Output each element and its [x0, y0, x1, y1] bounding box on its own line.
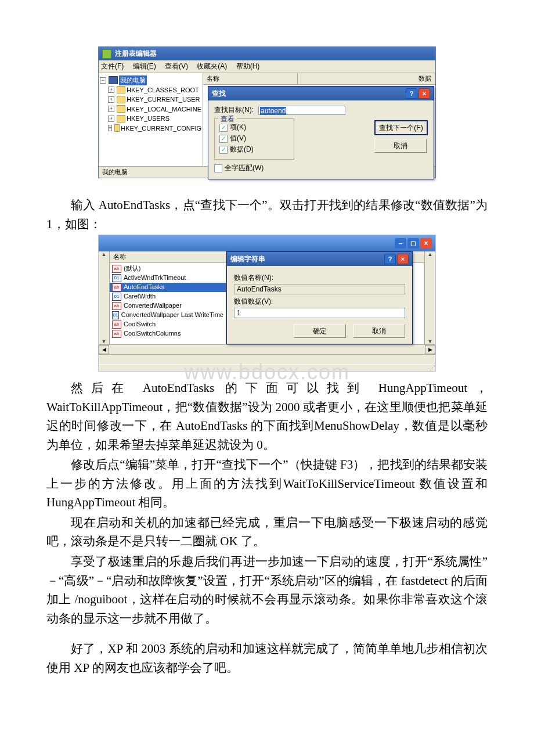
edit-string-titlebar: 编辑字符串 ? ×: [227, 252, 412, 266]
regedit-titlebar: 注册表编辑器: [99, 47, 435, 60]
checkbox-icon[interactable]: [214, 164, 222, 172]
window-controls: – ◻ ×: [99, 235, 435, 251]
checkbox-icon[interactable]: ✓: [219, 124, 228, 132]
string-value-icon: ab: [112, 330, 121, 338]
cancel-button[interactable]: 取消: [353, 324, 405, 338]
list-item[interactable]: 01CaretWidth: [110, 292, 226, 301]
menu-edit[interactable]: 编辑(E): [133, 62, 156, 70]
minimize-icon[interactable]: –: [395, 238, 406, 249]
tree-collapse-icon[interactable]: −: [100, 77, 106, 84]
menu-bar: 文件(F) 编辑(E) 查看(V) 收藏夹(A) 帮助(H): [99, 60, 435, 73]
body-text: 现在启动和关机的加速都已经完成，重启一下电脑感受一下极速启动的感觉吧，滚动条是不…: [46, 513, 488, 551]
tree-expand-icon[interactable]: +: [108, 125, 112, 131]
ok-button[interactable]: 确定: [294, 324, 346, 338]
string-value-icon: ab: [112, 283, 121, 291]
col-name[interactable]: 名称: [113, 253, 222, 261]
horizontal-scrollbar[interactable]: ◀ ▶: [99, 344, 435, 354]
find-next-button[interactable]: 查找下一个(F): [374, 120, 428, 135]
list-item[interactable]: abAutoEndTasks: [110, 283, 226, 292]
tree-item[interactable]: HKEY_LOCAL_MACHINE: [127, 105, 201, 114]
list-item[interactable]: ab(默认): [110, 264, 226, 273]
value-name-label: 数值名称(N):: [234, 273, 405, 283]
maximize-icon[interactable]: ◻: [407, 238, 419, 249]
binary-value-icon: 01: [112, 293, 121, 301]
list-item[interactable]: 01ActiveWndTrkTimeout: [110, 273, 226, 283]
list-item-label: ConvertedWallpaper: [124, 301, 182, 311]
help-icon[interactable]: ?: [384, 254, 396, 264]
folder-icon: [114, 124, 120, 132]
menu-file[interactable]: 文件(F): [101, 62, 124, 70]
value-name-input: [234, 284, 405, 294]
regedit-icon: [102, 49, 111, 59]
scroll-left-icon[interactable]: ◀: [99, 345, 109, 354]
tree-item[interactable]: HKEY_CURRENT_USER: [127, 95, 200, 105]
col-data[interactable]: 数据: [298, 73, 435, 84]
list-item[interactable]: 01ConvertedWallpaper Last WriteTime: [110, 311, 226, 320]
list-item-label: CaretWidth: [124, 292, 156, 301]
list-item[interactable]: abCoolSwitchColumns: [110, 329, 226, 339]
resize-grip-icon[interactable]: ⋰: [99, 364, 435, 371]
list-header: 名称 数据: [203, 73, 435, 85]
col-name[interactable]: 名称: [203, 73, 298, 84]
find-title-text: 查找: [212, 89, 226, 99]
tree-expand-icon[interactable]: +: [108, 116, 114, 122]
value-data-input[interactable]: [234, 308, 405, 318]
menu-view[interactable]: 查看(V): [165, 62, 188, 70]
value-data-label: 数值数据(V):: [234, 297, 405, 307]
list-item[interactable]: abConvertedWallpaper: [110, 301, 226, 311]
body-text: 好了，XP 和 2003 系统的启动和加速这样就完成了，简简单单地几步相信初次使…: [46, 639, 488, 677]
find-target-label: 查找目标(N):: [214, 105, 254, 115]
status-bar: [99, 354, 435, 364]
find-target-value: autoend: [260, 107, 286, 115]
list-item-label: AutoEndTasks: [124, 283, 164, 292]
tree-expand-icon[interactable]: +: [108, 96, 114, 103]
string-value-icon: ab: [112, 302, 121, 310]
edit-string-title: 编辑字符串: [230, 254, 265, 264]
value-list[interactable]: 名称 ab(默认)01ActiveWndTrkTimeoutabAutoEndT…: [110, 251, 226, 344]
close-icon[interactable]: ×: [420, 238, 432, 249]
cb-data[interactable]: 数据(D): [230, 145, 254, 154]
checkbox-icon[interactable]: ✓: [219, 146, 228, 154]
tree-expand-icon[interactable]: +: [108, 87, 114, 93]
tree-item[interactable]: HKEY_CLASSES_ROOT: [127, 85, 199, 95]
menu-fav[interactable]: 收藏夹(A): [197, 62, 227, 70]
cb-whole[interactable]: 全字匹配(W): [225, 163, 264, 173]
binary-value-icon: 01: [112, 311, 119, 319]
folder-icon: [117, 105, 125, 113]
tree-item[interactable]: HKEY_USERS: [127, 114, 169, 124]
list-item-label: ActiveWndTrkTimeout: [124, 273, 186, 283]
scroll-right-icon[interactable]: ▶: [425, 345, 435, 354]
find-look-legend: 查看: [218, 114, 237, 124]
list-item-label: ConvertedWallpaper Last WriteTime: [121, 311, 223, 320]
close-icon[interactable]: ×: [397, 254, 409, 264]
registry-tree[interactable]: − 我的电脑 + HKEY_CLASSES_ROOT + HKEY_CURREN…: [99, 73, 203, 166]
body-text: 享受了极速重启的乐趣后我们再进一步加速一下启动的速度，打开“系统属性”－“高级”…: [46, 552, 488, 628]
tree-expand-icon[interactable]: +: [108, 106, 114, 112]
regedit-edit-window: – ◻ × ▲ ▼ 名称 ab(默认)01ActiveWndTrkTimeout…: [98, 235, 436, 372]
string-value-icon: ab: [112, 265, 121, 273]
scroll-up-icon[interactable]: ▲: [428, 251, 433, 257]
find-target-input[interactable]: autoend: [258, 106, 345, 115]
tree-root[interactable]: 我的电脑: [119, 75, 147, 85]
scroll-down-icon[interactable]: ▼: [102, 339, 107, 344]
cb-values[interactable]: 值(V): [230, 134, 246, 143]
computer-icon: [109, 76, 118, 84]
find-dialog: 查找 ? × 查找目标(N): autoend 查看 ✓项: [208, 86, 434, 179]
list-item[interactable]: abCoolSwitch: [110, 320, 226, 329]
body-text: 修改后点“编辑”菜单，打开“查找下一个”（快捷键 F3），把找到的结果都安装上一…: [46, 455, 488, 512]
binary-value-icon: 01: [112, 274, 121, 282]
scroll-down-icon[interactable]: ▼: [428, 339, 433, 344]
tree-item[interactable]: HKEY_CURRENT_CONFIG: [121, 124, 201, 134]
menu-help[interactable]: 帮助(H): [236, 62, 260, 70]
vertical-scrollbar-right[interactable]: ▲ ▼: [424, 251, 435, 344]
vertical-scrollbar-left[interactable]: ▲ ▼: [99, 251, 110, 344]
list-header: 名称: [110, 251, 226, 263]
close-icon[interactable]: ×: [418, 88, 430, 99]
checkbox-icon[interactable]: ✓: [219, 135, 228, 143]
edit-string-dialog: 编辑字符串 ? × 数值名称(N): 数值数据(V): 确定 取消: [226, 251, 413, 344]
window-title: 注册表编辑器: [115, 49, 157, 59]
find-cancel-button[interactable]: 取消: [374, 139, 427, 153]
list-item-label: (默认): [124, 264, 140, 273]
scroll-up-icon[interactable]: ▲: [102, 251, 107, 257]
help-icon[interactable]: ?: [406, 88, 417, 99]
